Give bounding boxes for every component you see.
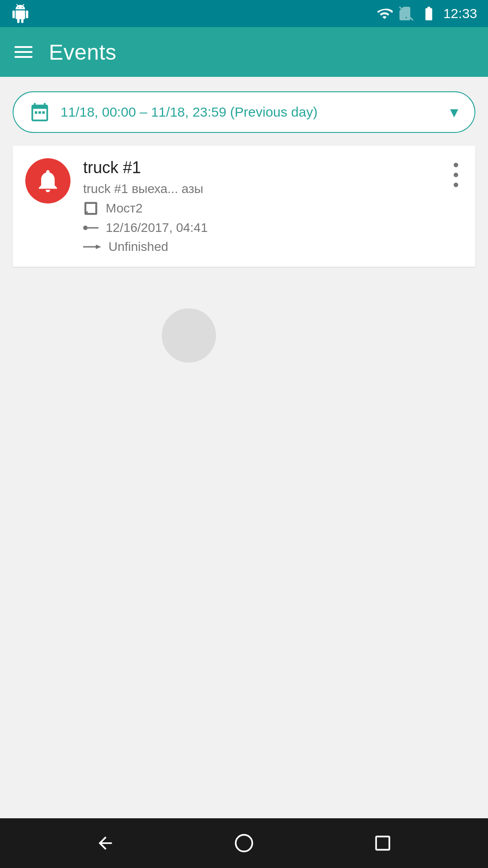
- event-card: truck #1 truck #1 выеха... азы Мост2 12: [13, 146, 475, 267]
- svg-point-7: [83, 226, 88, 230]
- event-description: truck #1 выеха... азы: [83, 182, 436, 196]
- end-status-icon: [83, 244, 101, 250]
- end-status-row: Unfinished: [83, 240, 436, 254]
- nav-bar: [0, 818, 488, 868]
- geofence-icon: [83, 201, 99, 216]
- start-time-icon: [83, 225, 99, 231]
- status-bar-left: [11, 4, 30, 23]
- svg-rect-3: [42, 111, 45, 114]
- recents-button[interactable]: [365, 825, 401, 861]
- end-status: Unfinished: [108, 240, 168, 254]
- start-time: 12/16/2017, 04:41: [106, 221, 208, 235]
- date-range-label: 11/18, 00:00 – 11/18, 23:59 (Previous da…: [61, 104, 439, 120]
- ripple-overlay: [162, 308, 216, 363]
- status-bar: 12:33: [0, 0, 488, 27]
- svg-point-14: [236, 835, 253, 852]
- status-time: 12:33: [443, 6, 477, 21]
- more-options-button[interactable]: [449, 158, 463, 195]
- geofence-name: Мост2: [106, 201, 143, 216]
- svg-rect-2: [38, 111, 41, 114]
- bell-icon: [34, 167, 61, 194]
- page-title: Events: [49, 40, 117, 65]
- date-range-selector[interactable]: 11/18, 00:00 – 11/18, 23:59 (Previous da…: [13, 91, 475, 133]
- svg-point-12: [454, 173, 458, 177]
- status-bar-right: 12:33: [376, 5, 477, 22]
- svg-point-13: [454, 183, 458, 187]
- geofence-row: Мост2: [83, 201, 436, 216]
- android-icon: [11, 4, 30, 23]
- event-info: truck #1 truck #1 выеха... азы Мост2 12: [83, 158, 436, 254]
- svg-rect-15: [376, 836, 389, 849]
- dropdown-arrow-icon: ▾: [450, 103, 458, 122]
- svg-point-11: [454, 163, 458, 167]
- sim-icon: [398, 5, 414, 22]
- back-button[interactable]: [87, 825, 123, 861]
- home-button[interactable]: [226, 825, 262, 861]
- menu-button[interactable]: [14, 46, 33, 58]
- app-bar: Events: [0, 27, 488, 77]
- start-time-row: 12/16/2017, 04:41: [83, 221, 436, 235]
- wifi-icon: [376, 5, 393, 22]
- alert-avatar: [25, 158, 70, 203]
- svg-rect-1: [35, 111, 38, 114]
- svg-marker-10: [96, 245, 101, 249]
- calendar-icon: [30, 102, 50, 122]
- content-area: 11/18, 00:00 – 11/18, 23:59 (Previous da…: [0, 77, 488, 818]
- battery-icon: [420, 5, 438, 22]
- event-title: truck #1: [83, 158, 436, 177]
